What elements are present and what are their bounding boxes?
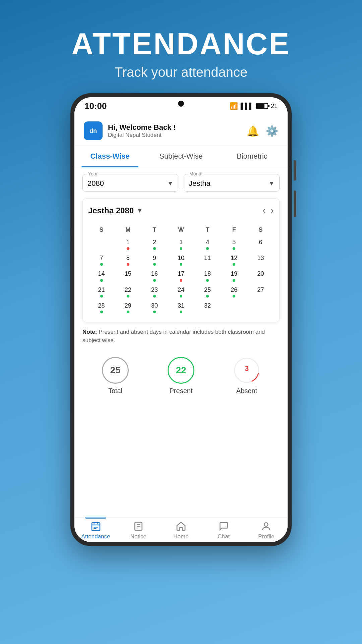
dropdowns-row: Year 2080 ▼ Month Jestha ▼ <box>82 174 280 192</box>
status-icons: 📶 ▌▌▌ 21 <box>230 102 278 110</box>
chat-icon <box>218 521 229 532</box>
nav-notice[interactable]: Notice <box>117 521 160 540</box>
table-row[interactable]: 7 <box>88 252 115 268</box>
profile-icon <box>261 521 272 532</box>
svg-text:3: 3 <box>245 364 249 373</box>
year-arrow-icon: ▼ <box>167 180 173 187</box>
cal-header-f: F <box>221 224 247 236</box>
tab-biometric[interactable]: Biometric <box>217 146 288 167</box>
table-row <box>247 300 274 315</box>
table-row[interactable]: 4 <box>194 236 221 252</box>
table-row[interactable]: 12 <box>221 252 247 268</box>
notification-icon[interactable]: 🔔 <box>247 125 259 137</box>
table-row[interactable]: 9 <box>141 252 168 268</box>
nav-profile[interactable]: Profile <box>245 521 288 540</box>
stat-total: 25 Total <box>102 357 129 395</box>
nav-attendance[interactable]: Attendance <box>74 521 117 540</box>
cal-header-t2: T <box>194 224 221 236</box>
month-dropdown[interactable]: Month Jestha ▼ <box>184 174 280 192</box>
table-row[interactable]: 18 <box>194 268 221 283</box>
nav-active-bar <box>85 518 107 519</box>
table-row[interactable]: 29 <box>115 300 141 315</box>
table-row[interactable]: 2 <box>141 236 168 252</box>
app-logo: dn <box>84 121 103 140</box>
table-row[interactable]: 28 <box>88 300 115 315</box>
bottom-nav: Attendance Notice <box>74 517 288 542</box>
camera-dot <box>178 101 184 107</box>
nav-chat-label: Chat <box>218 533 230 540</box>
table-row[interactable]: 26 <box>221 284 247 300</box>
tab-subject-wise[interactable]: Subject-Wise <box>145 146 217 167</box>
table-row[interactable]: 8 <box>115 252 141 268</box>
total-circle: 25 <box>102 357 129 384</box>
month-value: Jestha ▼ <box>189 179 275 188</box>
scroll-area: Year 2080 ▼ Month Jestha ▼ <box>74 167 288 517</box>
note-body: Present and absent days in calendar incl… <box>82 329 265 344</box>
table-row[interactable]: 10 <box>168 252 194 268</box>
phone-side-button2 <box>294 191 296 217</box>
nav-notice-label: Notice <box>130 533 146 540</box>
table-row: 27 <box>247 284 274 300</box>
stats-row: 25 Total 22 Present <box>82 352 280 400</box>
table-row: 13 <box>247 252 274 268</box>
svg-point-13 <box>264 523 268 526</box>
table-row[interactable]: 14 <box>88 268 115 283</box>
page-subtitle: Track your attendance <box>71 65 290 80</box>
calendar-card: Jestha 2080 ▼ ‹ › S M T <box>82 198 280 322</box>
table-row[interactable]: 1 <box>115 236 141 252</box>
table-row[interactable]: 3 <box>168 236 194 252</box>
tab-class-wise[interactable]: Class-Wise <box>74 146 145 167</box>
settings-icon[interactable]: ⚙️ <box>266 125 278 137</box>
absent-label: Absent <box>236 387 257 395</box>
table-row <box>221 300 247 315</box>
table-row: 6 <box>247 236 274 252</box>
table-row[interactable]: 31 <box>168 300 194 315</box>
table-row[interactable]: 22 <box>115 284 141 300</box>
stat-present: 22 Present <box>168 357 194 395</box>
app-content: dn Hi, Welcome Back ! Digital Nepal Stud… <box>74 115 288 542</box>
total-label: Total <box>108 387 122 395</box>
svg-rect-3 <box>92 523 100 531</box>
table-row[interactable]: 23 <box>141 284 168 300</box>
table-row[interactable]: 30 <box>141 300 168 315</box>
nav-chat[interactable]: Chat <box>202 521 245 540</box>
nav-home[interactable]: Home <box>160 521 202 540</box>
calendar-grid: S M T W T F S 1 2 3 4 <box>88 224 274 315</box>
calendar-header: Jestha 2080 ▼ ‹ › <box>88 205 274 216</box>
phone-shell: 10:00 📶 ▌▌▌ 21 dn <box>70 93 292 546</box>
table-row[interactable]: 19 <box>221 268 247 283</box>
cal-header-t1: T <box>141 224 168 236</box>
table-row[interactable]: 24 <box>168 284 194 300</box>
calendar-nav: ‹ › <box>263 205 274 216</box>
stat-absent: 3 Absent <box>233 357 260 395</box>
status-time: 10:00 <box>84 101 107 111</box>
nav-attendance-label: Attendance <box>81 533 110 540</box>
page-title: ATTENDANCE <box>71 27 290 61</box>
attendance-icon <box>90 521 101 532</box>
phone-side-button <box>294 160 296 180</box>
header-greeting: Hi, Welcome Back ! <box>108 123 176 132</box>
status-bar: 10:00 📶 ▌▌▌ 21 <box>74 97 288 115</box>
table-row: 20 <box>247 268 274 283</box>
cal-header-s1: S <box>88 224 115 236</box>
cal-header-s2: S <box>247 224 274 236</box>
year-dropdown[interactable]: Year 2080 ▼ <box>82 174 178 192</box>
nav-home-label: Home <box>173 533 188 540</box>
table-row: 32 <box>194 300 221 315</box>
header-left: dn Hi, Welcome Back ! Digital Nepal Stud… <box>84 121 176 140</box>
table-row[interactable]: 25 <box>194 284 221 300</box>
header-text: Hi, Welcome Back ! Digital Nepal Student <box>108 123 176 139</box>
calendar-next-button[interactable]: › <box>271 205 274 216</box>
month-label: Month <box>188 171 204 176</box>
table-row[interactable]: 16 <box>141 268 168 283</box>
table-row[interactable]: 21 <box>88 284 115 300</box>
page-header: ATTENDANCE Track your attendance <box>71 0 290 80</box>
home-icon <box>176 521 186 532</box>
calendar-dropdown-icon[interactable]: ▼ <box>136 207 143 214</box>
calendar-prev-button[interactable]: ‹ <box>263 205 266 216</box>
month-arrow-icon: ▼ <box>268 180 275 187</box>
note-text: Note: Present and absent days in calenda… <box>82 328 280 345</box>
year-label: Year <box>87 171 99 176</box>
table-row[interactable]: 17 <box>168 268 194 283</box>
table-row[interactable]: 5 <box>221 236 247 252</box>
